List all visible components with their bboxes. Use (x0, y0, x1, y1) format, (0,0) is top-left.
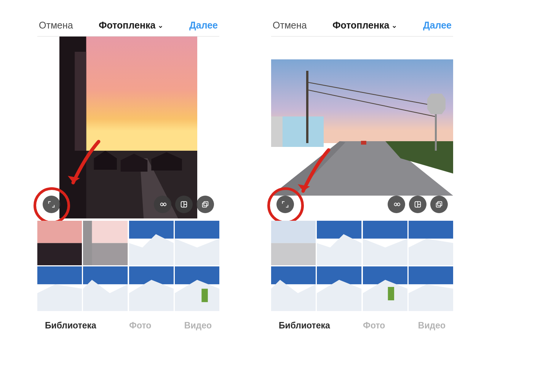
thumbnail[interactable] (37, 221, 82, 265)
next-button[interactable]: Далее (423, 20, 452, 31)
album-title: Фотопленка (99, 20, 155, 31)
screenshot-right: Отмена Фотопленка ⌄ Далее (271, 17, 453, 335)
preview-image (271, 59, 453, 196)
thumbnail[interactable] (363, 266, 407, 311)
album-picker[interactable]: Фотопленка ⌄ (332, 20, 397, 31)
bottom-tabs: Библиотека Фото Видео (37, 311, 219, 335)
chevron-down-icon: ⌄ (391, 21, 397, 30)
tab-photo[interactable]: Фото (363, 320, 385, 331)
svg-rect-31 (201, 289, 208, 302)
thumbnail[interactable] (129, 221, 174, 265)
next-button[interactable]: Далее (189, 20, 218, 31)
svg-rect-36 (282, 116, 324, 147)
thumbnail[interactable] (175, 221, 219, 265)
svg-rect-48 (436, 203, 441, 207)
thumbnail[interactable] (175, 266, 219, 311)
svg-rect-65 (409, 266, 453, 284)
svg-rect-50 (271, 221, 316, 243)
svg-marker-66 (409, 284, 453, 311)
tab-library[interactable]: Библиотека (45, 320, 96, 331)
thumbnail[interactable] (409, 221, 453, 265)
svg-rect-54 (363, 221, 407, 239)
svg-rect-18 (83, 221, 92, 265)
header-bar: Отмена Фотопленка ⌄ Далее (37, 17, 219, 37)
svg-marker-42 (427, 94, 446, 114)
boomerang-button[interactable] (388, 196, 405, 213)
layout-button[interactable] (409, 196, 426, 213)
svg-rect-12 (203, 203, 207, 207)
multi-select-icon (201, 200, 209, 209)
expand-crop-button[interactable] (43, 196, 60, 213)
svg-rect-37 (271, 116, 283, 147)
multi-select-button[interactable] (430, 196, 448, 213)
svg-marker-57 (409, 239, 453, 265)
thumbnail[interactable] (271, 266, 316, 311)
svg-rect-21 (175, 221, 219, 239)
multi-select-button[interactable] (196, 196, 214, 213)
layout-icon (180, 200, 188, 209)
layout-button[interactable] (175, 196, 193, 213)
expand-icon (47, 200, 56, 209)
cancel-button[interactable]: Отмена (39, 20, 73, 31)
thumbnail-grid (37, 221, 219, 311)
svg-marker-28 (129, 280, 174, 311)
preview-image (59, 37, 197, 218)
tab-photo[interactable]: Фото (129, 320, 151, 331)
svg-rect-23 (37, 266, 82, 284)
svg-marker-59 (271, 280, 316, 311)
thumbnail[interactable] (83, 266, 128, 311)
bottom-tabs: Библиотека Фото Видео (271, 311, 453, 335)
svg-rect-38 (306, 71, 308, 143)
multi-select-icon (435, 200, 443, 209)
svg-rect-17 (83, 243, 128, 266)
svg-rect-64 (388, 287, 394, 300)
photo-preview[interactable] (271, 37, 453, 218)
svg-rect-19 (129, 221, 174, 239)
cancel-button[interactable]: Отмена (273, 20, 307, 31)
chevron-down-icon: ⌄ (158, 21, 163, 30)
thumbnail[interactable] (317, 221, 361, 265)
svg-rect-43 (361, 141, 366, 145)
svg-rect-11 (204, 202, 208, 206)
infinity-icon (158, 200, 167, 209)
svg-marker-55 (363, 239, 407, 265)
svg-marker-24 (37, 284, 82, 311)
thumbnail[interactable] (129, 266, 174, 311)
photo-preview[interactable] (37, 37, 219, 218)
album-picker[interactable]: Фотопленка ⌄ (99, 20, 163, 31)
svg-marker-30 (175, 280, 219, 311)
svg-rect-51 (271, 243, 316, 266)
svg-rect-58 (271, 266, 316, 284)
svg-rect-56 (409, 221, 453, 239)
svg-marker-20 (129, 234, 174, 265)
svg-marker-61 (317, 280, 361, 311)
svg-marker-22 (175, 239, 219, 265)
svg-rect-16 (83, 221, 128, 243)
thumbnail[interactable] (409, 266, 453, 311)
tab-video[interactable]: Видео (418, 320, 446, 331)
infinity-icon (392, 200, 401, 209)
svg-rect-47 (438, 202, 442, 206)
svg-rect-15 (37, 243, 82, 266)
tab-library[interactable]: Библиотека (279, 320, 330, 331)
expand-icon (281, 200, 289, 209)
svg-rect-14 (37, 221, 82, 243)
svg-marker-53 (317, 234, 361, 265)
screenshot-left: Отмена Фотопленка ⌄ Далее (37, 17, 219, 335)
thumbnail[interactable] (317, 266, 361, 311)
header-bar: Отмена Фотопленка ⌄ Далее (271, 17, 453, 37)
svg-rect-3 (75, 52, 86, 151)
thumbnail[interactable] (363, 221, 407, 265)
svg-marker-63 (363, 280, 407, 311)
album-title: Фотопленка (332, 20, 389, 31)
tab-video[interactable]: Видео (184, 320, 212, 331)
svg-marker-26 (83, 280, 128, 311)
boomerang-button[interactable] (154, 196, 171, 213)
thumbnail[interactable] (37, 266, 82, 311)
svg-rect-52 (317, 221, 361, 239)
svg-rect-25 (83, 266, 128, 284)
thumbnail[interactable] (83, 221, 128, 265)
expand-crop-button[interactable] (276, 196, 294, 213)
thumbnail[interactable] (271, 221, 316, 265)
thumbnail-grid (271, 221, 453, 311)
